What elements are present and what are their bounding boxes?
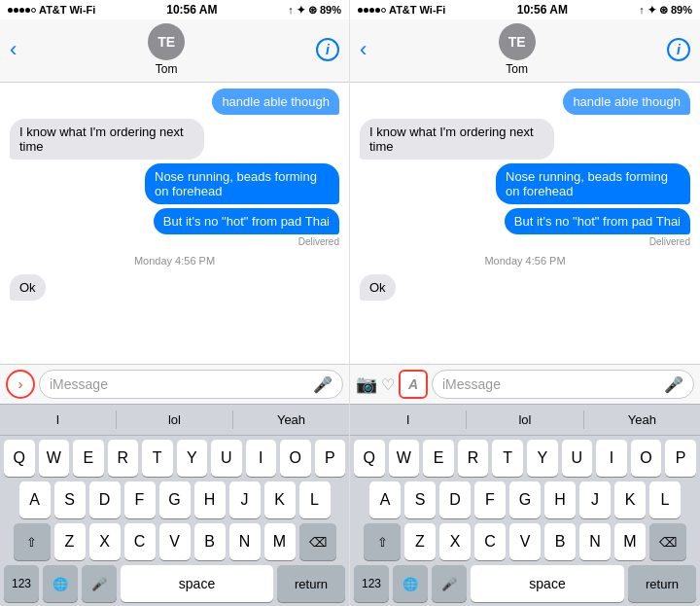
key-Z-left[interactable]: Z (54, 523, 86, 560)
key-G-left[interactable]: G (159, 481, 191, 518)
key-E-right[interactable]: E (423, 440, 454, 477)
key-E-left[interactable]: E (73, 440, 104, 477)
key-N-left[interactable]: N (229, 523, 261, 560)
signal-dots-left (8, 8, 36, 13)
back-button-right[interactable]: ‹ (360, 39, 367, 60)
key-D-left[interactable]: D (89, 481, 121, 518)
dot3 (19, 8, 24, 13)
key-M-left[interactable]: M (264, 523, 296, 560)
key-U-left[interactable]: U (211, 440, 242, 477)
expand-button-left[interactable]: › (6, 370, 35, 399)
key-X-right[interactable]: X (439, 523, 471, 560)
predictive-bar-right: l lol Yeah (350, 404, 700, 436)
partial-msg-left: handle able though (212, 89, 339, 115)
key-W-right[interactable]: W (389, 440, 420, 477)
key-B-right[interactable]: B (544, 523, 576, 560)
pred-word-3-right[interactable]: Yeah (584, 410, 700, 429)
imessage-input-left[interactable]: iMessage 🎤 (39, 370, 343, 399)
key-F-left[interactable]: F (124, 481, 156, 518)
msg-ok-right: Ok (360, 274, 396, 301)
heart-icon-right[interactable]: ♡ (381, 375, 395, 394)
key-L-right[interactable]: L (649, 481, 681, 518)
key-M-right[interactable]: M (614, 523, 646, 560)
key-mic-right[interactable]: 🎤 (432, 565, 467, 602)
key-C-left[interactable]: C (124, 523, 156, 560)
key-C-right[interactable]: C (474, 523, 506, 560)
pred-word-1-right[interactable]: l (350, 410, 467, 429)
return-key-right[interactable]: return (628, 565, 696, 602)
key-Y-right[interactable]: Y (527, 440, 558, 477)
key-B-left[interactable]: B (194, 523, 226, 560)
key-123-left[interactable]: 123 (4, 565, 39, 602)
key-W-left[interactable]: W (39, 440, 70, 477)
key-A-right[interactable]: A (369, 481, 401, 518)
key-I-left[interactable]: I (246, 440, 277, 477)
back-button-left[interactable]: ‹ (10, 39, 17, 60)
key-V-left[interactable]: V (159, 523, 191, 560)
pred-word-3-left[interactable]: Yeah (233, 410, 349, 429)
pred-word-2-right[interactable]: lol (467, 410, 583, 429)
key-globe-left[interactable]: 🌐 (43, 565, 78, 602)
key-globe-right[interactable]: 🌐 (393, 565, 428, 602)
info-button-left[interactable]: i (316, 38, 339, 61)
time-left: 10:56 AM (166, 3, 217, 17)
dot1r (358, 8, 363, 13)
key-K-right[interactable]: K (614, 481, 646, 518)
shift-key-right[interactable]: ⇧ (364, 523, 401, 560)
key-J-right[interactable]: J (579, 481, 611, 518)
key-N-right[interactable]: N (579, 523, 611, 560)
key-L-left[interactable]: L (299, 481, 331, 518)
key-V-right[interactable]: V (509, 523, 541, 560)
delete-key-left[interactable]: ⌫ (299, 523, 336, 560)
space-key-left[interactable]: space (121, 565, 273, 602)
shift-key-left[interactable]: ⇧ (14, 523, 51, 560)
key-Q-left[interactable]: Q (4, 440, 35, 477)
dot2r (364, 8, 368, 13)
left-panel: AT&T Wi-Fi 10:56 AM ↑ ✦ ⊛ 89% ‹ TE Tom i… (0, 0, 350, 606)
key-S-left[interactable]: S (54, 481, 86, 518)
key-A-left[interactable]: A (19, 481, 51, 518)
key-O-left[interactable]: O (280, 440, 311, 477)
avatar-left[interactable]: TE (148, 23, 185, 60)
space-key-right[interactable]: space (471, 565, 624, 602)
key-row-4-right: 123 🌐 🎤 space return (352, 565, 698, 602)
contact-center-left: TE Tom (148, 23, 185, 76)
key-X-left[interactable]: X (89, 523, 121, 560)
key-row-4-left: 123 🌐 🎤 space return (2, 565, 347, 602)
key-F-right[interactable]: F (474, 481, 506, 518)
info-button-right[interactable]: i (667, 38, 690, 61)
key-R-right[interactable]: R (458, 440, 489, 477)
key-S-right[interactable]: S (404, 481, 436, 518)
key-H-left[interactable]: H (194, 481, 226, 518)
key-J-left[interactable]: J (229, 481, 261, 518)
app-store-button-right[interactable]: A (399, 370, 428, 399)
key-Z-right[interactable]: Z (404, 523, 436, 560)
key-P-left[interactable]: P (315, 440, 346, 477)
key-P-right[interactable]: P (665, 440, 696, 477)
nav-icons-left: ↑ ✦ ⊛ (288, 4, 317, 17)
return-key-left[interactable]: return (277, 565, 345, 602)
avatar-right[interactable]: TE (499, 23, 536, 60)
key-I-right[interactable]: I (596, 440, 627, 477)
key-Q-right[interactable]: Q (354, 440, 385, 477)
key-R-left[interactable]: R (108, 440, 139, 477)
key-mic-left[interactable]: 🎤 (82, 565, 117, 602)
right-panel: AT&T Wi-Fi 10:56 AM ↑ ✦ ⊛ 89% ‹ TE Tom i… (350, 0, 700, 606)
nav-bar-left: ‹ TE Tom i (0, 19, 349, 83)
key-T-left[interactable]: T (142, 440, 173, 477)
key-O-right[interactable]: O (631, 440, 662, 477)
key-Y-left[interactable]: Y (177, 440, 208, 477)
key-D-right[interactable]: D (439, 481, 471, 518)
imessage-input-right[interactable]: iMessage 🎤 (432, 370, 694, 399)
delete-key-right[interactable]: ⌫ (649, 523, 686, 560)
key-T-right[interactable]: T (492, 440, 523, 477)
key-G-right[interactable]: G (509, 481, 541, 518)
pred-word-2-left[interactable]: lol (117, 410, 233, 429)
key-123-right[interactable]: 123 (354, 565, 389, 602)
dot5 (31, 8, 36, 13)
key-K-left[interactable]: K (264, 481, 296, 518)
key-H-right[interactable]: H (544, 481, 576, 518)
camera-icon-right[interactable]: 📷 (356, 374, 377, 395)
pred-word-1-left[interactable]: l (0, 410, 117, 429)
key-U-right[interactable]: U (562, 440, 593, 477)
